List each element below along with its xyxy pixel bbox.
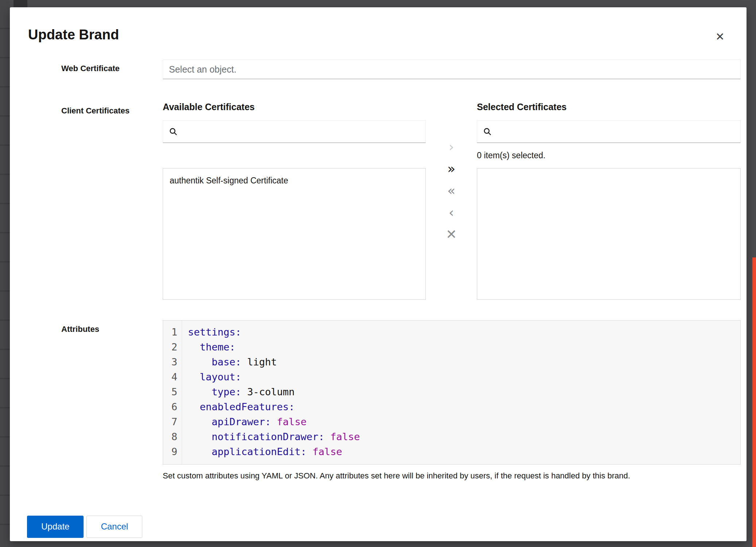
code-line-number: 3 (163, 354, 177, 369)
modal-header: Update Brand ✕ (10, 7, 747, 59)
available-certificates-header: Available Certificates (163, 102, 426, 112)
available-certificates-list: authentik Self-signed Certificate (163, 168, 426, 300)
dual-list-selector: Available Certificates authentik Self-si… (163, 102, 741, 300)
selected-certificates-list (477, 168, 741, 300)
close-icon[interactable]: ✕ (716, 31, 725, 42)
selected-certificates-header: Selected Certificates (477, 102, 741, 112)
accent-scroll-bar (752, 257, 756, 547)
remove-selected-button[interactable]: ‹ (449, 206, 454, 219)
code-line-number: 7 (163, 414, 177, 429)
selected-search-box (477, 120, 741, 143)
code-line-numbers: 123456789 (163, 321, 182, 464)
selected-certificates-pane: Selected Certificates 0 item(s) selected… (477, 102, 741, 300)
selected-count-text: 0 item(s) selected. (477, 151, 545, 160)
modal-footer: Update Cancel (27, 516, 747, 538)
attributes-label: Attributes (61, 320, 163, 334)
page-sidebar-under-overlay (0, 0, 10, 547)
available-count-row (163, 143, 426, 168)
code-line-number: 9 (163, 444, 177, 459)
web-certificate-placeholder: Select an object. (169, 64, 236, 75)
clear-selection-button[interactable]: ✕ (446, 228, 457, 241)
transfer-controls: ›»«‹✕ (426, 102, 477, 241)
selected-count-row: 0 item(s) selected. (477, 143, 741, 168)
web-certificate-row: Web Certificate Select an object. (61, 59, 741, 79)
add-all-button[interactable]: » (447, 162, 455, 175)
attributes-row: Attributes 123456789 settings: theme: ba… (61, 320, 741, 481)
code-line: layout: (188, 369, 740, 384)
selected-search-input[interactable] (496, 127, 734, 137)
code-line: base: light (188, 354, 740, 369)
yaml-code-editor[interactable]: 123456789 settings: theme: base: light l… (163, 320, 741, 465)
search-icon (483, 127, 492, 136)
code-line-number: 6 (163, 399, 177, 414)
available-search-box (163, 120, 426, 143)
code-line-number: 8 (163, 429, 177, 444)
remove-all-button[interactable]: « (447, 184, 455, 197)
code-line-number: 4 (163, 369, 177, 384)
modal-title: Update Brand (28, 27, 723, 43)
available-certificates-pane: Available Certificates authentik Self-si… (163, 102, 426, 300)
cancel-button[interactable]: Cancel (86, 516, 142, 538)
add-selected-button[interactable]: › (449, 140, 454, 154)
search-icon (169, 127, 178, 136)
client-certificates-row: Client Certificates Available Certificat… (61, 102, 741, 300)
code-line: enabledFeatures: (188, 399, 740, 414)
code-line: theme: (188, 340, 740, 354)
attributes-help-text: Set custom attributes using YAML or JSON… (163, 471, 741, 481)
update-brand-form: Web Certificate Select an object. Client… (10, 59, 747, 481)
code-line: applicationEdit: false (188, 444, 740, 459)
client-certificates-label: Client Certificates (61, 102, 163, 116)
code-line-number: 5 (163, 384, 177, 399)
web-certificate-select[interactable]: Select an object. (163, 59, 741, 79)
certificate-list-item[interactable]: authentik Self-signed Certificate (168, 174, 420, 188)
code-line: type: 3-column (188, 384, 740, 399)
code-line: notificationDrawer: false (188, 429, 740, 444)
code-line-number: 2 (163, 340, 177, 354)
page-header-under-overlay (14, 0, 27, 8)
code-line-number: 1 (163, 325, 177, 340)
update-brand-modal: Update Brand ✕ Web Certificate Select an… (10, 7, 747, 541)
update-button[interactable]: Update (27, 516, 84, 538)
web-certificate-label: Web Certificate (61, 59, 163, 73)
attributes-field: 123456789 settings: theme: base: light l… (163, 320, 741, 481)
code-line: apiDrawer: false (188, 414, 740, 429)
code-line: settings: (188, 325, 740, 340)
available-search-input[interactable] (182, 127, 420, 137)
code-content[interactable]: settings: theme: base: light layout: typ… (182, 321, 740, 464)
